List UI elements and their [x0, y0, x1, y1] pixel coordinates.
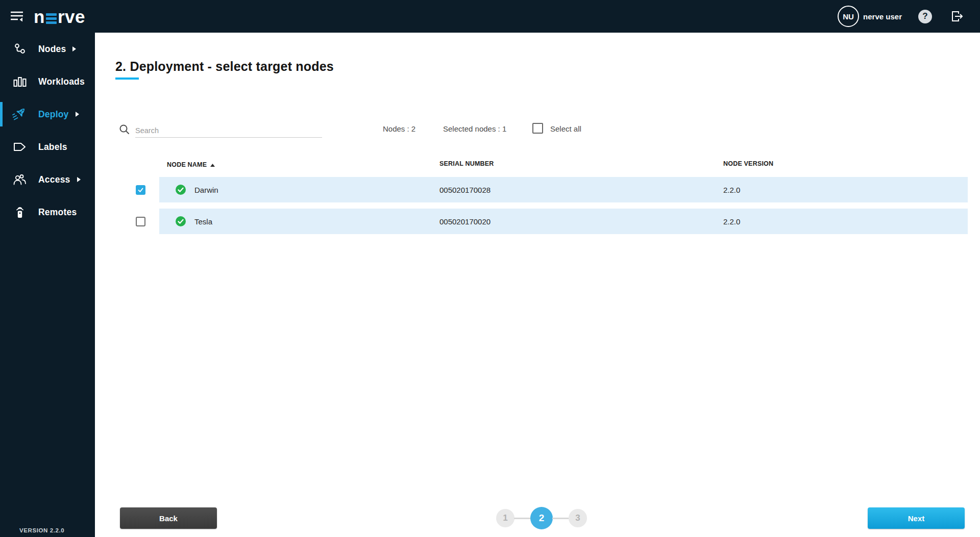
step-connector [514, 518, 531, 519]
node-online-status-icon [176, 185, 186, 195]
nodes-count: Nodes : 2 [383, 124, 415, 133]
sidebar-item-labels[interactable]: Labels [0, 131, 95, 163]
chevron-right-icon [77, 177, 81, 182]
node-name-cell: Tesla [159, 216, 439, 226]
next-button[interactable]: Next [868, 507, 965, 529]
node-serial: 005020170020 [439, 217, 723, 226]
search-box [119, 122, 324, 138]
column-header-label: NODE VERSION [723, 160, 773, 167]
step-connector [552, 518, 569, 519]
sort-ascending-icon [210, 161, 215, 168]
table-header: NODE NAME SERIAL NUMBER NODE VERSION [159, 160, 968, 169]
sidebar-item-label: Deploy [38, 109, 69, 120]
select-all-label: Select all [550, 124, 581, 133]
main-content: 2. Deployment - select target nodes Node… [95, 33, 980, 537]
chevron-right-icon [72, 46, 76, 52]
page-title: 2. Deployment - select target nodes [115, 59, 334, 74]
logo-e-bars-icon [46, 13, 57, 24]
node-name-cell: Darwin [159, 185, 439, 195]
remotes-icon [11, 206, 29, 219]
logo-text-left: n [34, 8, 45, 25]
sidebar-item-label: Nodes [38, 44, 66, 55]
access-users-icon [11, 173, 29, 186]
row-checkbox[interactable] [136, 217, 145, 226]
selected-nodes-count: Selected nodes : 1 [443, 124, 506, 133]
help-icon[interactable]: ? [918, 10, 932, 23]
logo-text-right: rve [58, 8, 85, 25]
avatar[interactable]: NU [838, 6, 859, 27]
back-button[interactable]: Back [120, 507, 217, 529]
title-underline [115, 78, 139, 80]
user-name: nerve user [863, 12, 902, 21]
node-name: Darwin [194, 186, 218, 194]
chevron-right-icon [76, 112, 79, 117]
stepper: 1 2 3 [496, 507, 587, 529]
sidebar: Nodes Workloads [0, 33, 95, 537]
sidebar-item-nodes[interactable]: Nodes [0, 33, 95, 65]
collapse-menu-icon[interactable] [8, 9, 26, 24]
deploy-rocket-icon [11, 107, 29, 121]
sidebar-item-label: Remotes [38, 207, 77, 218]
app-version-label: VERSION 2.2.0 [19, 527, 64, 533]
sidebar-item-workloads[interactable]: Workloads [0, 65, 95, 98]
node-version: 2.2.0 [723, 186, 968, 194]
topbar-right: NU nerve user ? [838, 6, 980, 27]
step-3[interactable]: 3 [569, 509, 587, 527]
sidebar-item-access[interactable]: Access [0, 163, 95, 196]
step-2-active[interactable]: 2 [530, 507, 553, 529]
workloads-icon [11, 75, 29, 88]
column-header-node-version[interactable]: NODE VERSION [723, 160, 968, 169]
column-header-label: SERIAL NUMBER [439, 160, 494, 167]
topbar: n rve NU nerve user ? [0, 0, 980, 33]
step-1[interactable]: 1 [496, 509, 514, 527]
node-row-body[interactable]: Tesla 005020170020 2.2.0 [159, 209, 968, 234]
column-header-label: NODE NAME [167, 161, 207, 168]
search-input[interactable] [135, 123, 322, 138]
column-header-serial-number[interactable]: SERIAL NUMBER [439, 160, 723, 169]
sidebar-item-label: Workloads [38, 76, 85, 87]
node-name: Tesla [194, 217, 212, 226]
search-icon [119, 124, 130, 137]
column-header-node-name[interactable]: NODE NAME [159, 160, 439, 169]
nerve-logo[interactable]: n rve [34, 8, 85, 25]
labels-tag-icon [11, 141, 29, 152]
row-checkbox-cell [136, 217, 159, 226]
node-rows: Darwin 005020170028 2.2.0 Tesl [136, 177, 968, 240]
sidebar-item-remotes[interactable]: Remotes [0, 196, 95, 228]
table-row: Darwin 005020170028 2.2.0 [136, 177, 968, 202]
select-all-checkbox[interactable] [532, 123, 543, 134]
filter-row: Nodes : 2 Selected nodes : 1 Select all [95, 122, 980, 138]
sidebar-item-label: Access [38, 174, 70, 185]
row-checkbox[interactable] [136, 185, 145, 195]
node-row-body[interactable]: Darwin 005020170028 2.2.0 [159, 177, 968, 202]
node-serial: 005020170028 [439, 186, 723, 194]
node-version: 2.2.0 [723, 217, 968, 226]
node-online-status-icon [176, 216, 186, 226]
sidebar-item-label: Labels [38, 142, 67, 152]
logout-icon[interactable] [949, 9, 965, 24]
nodes-icon [11, 43, 29, 55]
table-row: Tesla 005020170020 2.2.0 [136, 209, 968, 234]
row-checkbox-cell [136, 185, 159, 195]
sidebar-item-deploy[interactable]: Deploy [0, 98, 95, 131]
